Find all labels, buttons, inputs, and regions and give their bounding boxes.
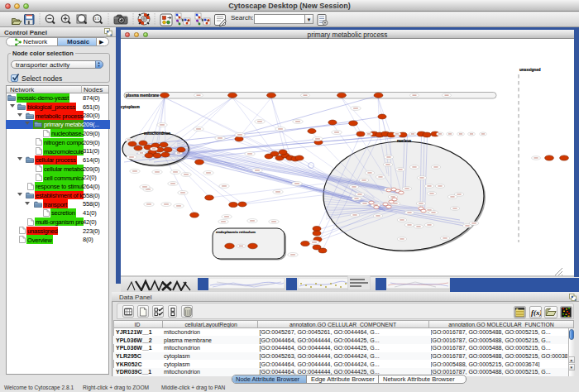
svg-text:1:1: 1:1 xyxy=(94,17,99,21)
svg-text:plasma membrane: plasma membrane xyxy=(126,93,160,98)
svg-text:cytoplasm: cytoplasm xyxy=(121,105,140,109)
svg-text:f(x): f(x) xyxy=(531,308,541,317)
svg-text:endoplasmic reticulum: endoplasmic reticulum xyxy=(216,230,256,234)
svg-text:unassigned: unassigned xyxy=(519,68,541,72)
